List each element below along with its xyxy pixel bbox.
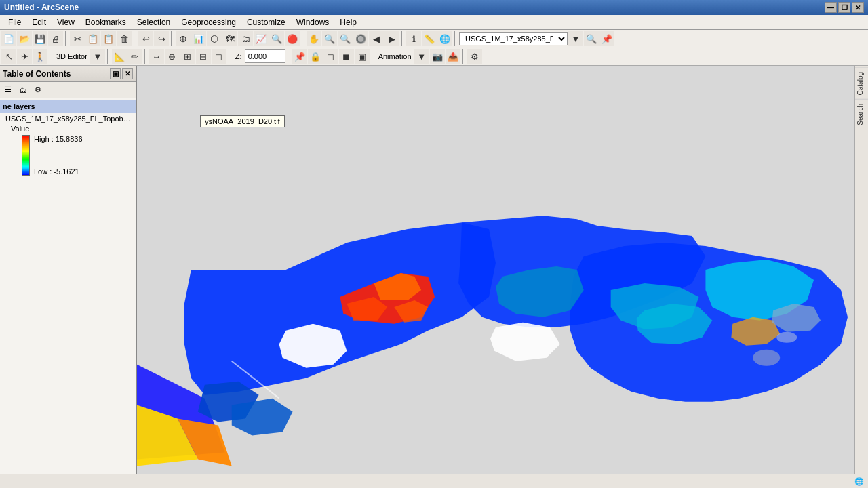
legend-value-text: Value [11, 125, 29, 133]
zoom-next-button[interactable]: ▶ [384, 31, 399, 46]
sep-10 [229, 49, 231, 64]
toc-source-view-btn[interactable]: 🗂 [16, 84, 30, 96]
search-panel-toggle[interactable]: Search [855, 99, 868, 129]
copy-button[interactable]: 📋 [85, 31, 100, 46]
toc-layer-item[interactable]: USGS_1M_17_x58y285_FL_TopobathyFLK [0, 113, 136, 124]
globe-icon: 🌐 [854, 477, 864, 486]
z-input[interactable] [245, 49, 285, 63]
toc-list-view-btn[interactable]: ☰ [1, 84, 15, 96]
toc-section-label: ne layers [3, 102, 35, 110]
edit-btn2[interactable]: ✏ [127, 49, 142, 64]
svg-point-23 [776, 332, 797, 343]
legend-low-value: Low : -5.1621 [34, 167, 83, 176]
add-data-button[interactable]: ⊕ [176, 31, 191, 46]
toc-toolbar: ☰ 🗂 ⚙ [0, 82, 136, 98]
extrude-btn[interactable]: ⊟ [196, 49, 211, 64]
select-btn[interactable]: ◻ [323, 49, 338, 64]
navigate-button[interactable]: ↖ [1, 49, 16, 64]
globe-button[interactable]: 🌐 [437, 31, 452, 46]
vertex-btn[interactable]: ◻ [212, 49, 226, 64]
editor-dropdown-btn[interactable]: ▼ [90, 49, 105, 64]
open-button[interactable]: 📂 [17, 31, 32, 46]
cut-button[interactable]: ✂ [70, 31, 85, 46]
print-button[interactable]: 🖨 [48, 31, 63, 46]
map-view[interactable]: ysNOAA_2019_D20.tif [137, 66, 854, 474]
minimize-button[interactable]: — [825, 2, 837, 13]
rotate-btn[interactable]: ↔ [149, 49, 164, 64]
editor-label: 3D Editor [54, 52, 90, 60]
close-button[interactable]: ✕ [852, 2, 864, 13]
full-extent-button[interactable]: 🔘 [353, 31, 368, 46]
map-tooltip: ysNOAA_2019_D20.tif [200, 115, 285, 127]
snap-env-btn[interactable]: 📌 [292, 49, 307, 64]
move-btn[interactable]: ⊞ [180, 49, 195, 64]
title-bar-text: Untitled - ArcScene [4, 3, 79, 12]
measure-button[interactable]: 📏 [422, 31, 437, 46]
zoom-prev-button[interactable]: ◀ [369, 31, 384, 46]
menu-bookmarks[interactable]: Bookmarks [80, 16, 132, 28]
redo-button[interactable]: ↪ [154, 31, 169, 46]
zoom-in-button[interactable]: 🔍 [322, 31, 337, 46]
layer-btn3[interactable]: 📌 [599, 31, 614, 46]
sep-12 [372, 49, 374, 64]
status-right: 🌐 [854, 477, 864, 486]
animation-dropdown-btn[interactable]: ▼ [414, 49, 429, 64]
info-button[interactable]: ℹ [406, 31, 421, 46]
delete-button[interactable]: 🗑 [117, 31, 132, 46]
menu-help[interactable]: Help [334, 16, 362, 28]
toc-options-btn[interactable]: ⚙ [31, 84, 45, 96]
menu-file[interactable]: File [3, 16, 26, 28]
toc-close-button[interactable]: ✕ [122, 68, 133, 79]
menu-windows[interactable]: Windows [291, 16, 335, 28]
sep-1 [65, 31, 68, 46]
tooltip-text: ysNOAA_2019_D20.tif [205, 117, 280, 125]
data-button[interactable]: 📊 [191, 31, 206, 46]
table-button[interactable]: 🗂 [238, 31, 253, 46]
legend-gradient-bar [22, 135, 30, 176]
catalog-panel-toggle[interactable]: Catalog [855, 67, 868, 99]
toc-content: ne layers USGS_1M_17_x58y285_FL_Topobath… [0, 98, 136, 474]
title-bar: Untitled - ArcScene — ❐ ✕ [0, 0, 868, 15]
status-bar: 🌐 [0, 474, 868, 488]
sep-2 [134, 31, 136, 46]
new-button[interactable]: 📄 [1, 31, 16, 46]
search-button[interactable]: 🔍 [269, 31, 284, 46]
sep-7 [50, 49, 52, 64]
layer-select[interactable]: USGS_1M_17_x58y285_FL_... [459, 32, 568, 45]
menu-customize[interactable]: Customize [241, 16, 291, 28]
menu-view[interactable]: View [52, 16, 80, 28]
z-label: Z: [233, 52, 244, 60]
toolbar-row-2: ↖ ✈ 🚶 3D Editor ▼ 📐 ✏ ↔ ⊕ ⊞ ⊟ ◻ Z: 📌 🔒 ◻… [0, 47, 868, 65]
legend-value-label: Value [0, 124, 136, 134]
animation-label: Animation [376, 52, 414, 60]
zoom-out-button[interactable]: 🔍 [338, 31, 353, 46]
fly-button[interactable]: ✈ [17, 49, 32, 64]
menu-edit[interactable]: Edit [26, 16, 52, 28]
layer-btn2[interactable]: 🔍 [584, 31, 599, 46]
menu-selection[interactable]: Selection [132, 16, 176, 28]
chart-button[interactable]: 📈 [254, 31, 269, 46]
fix-btn[interactable]: 🔒 [308, 49, 323, 64]
right-sidebar: Catalog Search [854, 66, 868, 474]
toc-title: Table of Contents [3, 69, 71, 79]
scale-btn[interactable]: ⊕ [165, 49, 180, 64]
identify-button[interactable]: ⬡ [207, 31, 222, 46]
save-button[interactable]: 💾 [33, 31, 47, 46]
select-all-btn[interactable]: ▣ [355, 49, 370, 64]
settings-btn[interactable]: ⚙ [467, 49, 482, 64]
paste-button[interactable]: 📋 [101, 31, 116, 46]
deselect-btn[interactable]: ◼ [339, 49, 354, 64]
restore-button[interactable]: ❐ [838, 2, 850, 13]
arc-toolbox-button[interactable]: 🔴 [285, 31, 300, 46]
walk-button[interactable]: 🚶 [33, 49, 47, 64]
menu-geoprocessing[interactable]: Geoprocessing [176, 16, 241, 28]
layout-button[interactable]: 🗺 [222, 31, 237, 46]
undo-button[interactable]: ↩ [138, 31, 153, 46]
capture-btn[interactable]: 📷 [430, 49, 445, 64]
export-btn[interactable]: 📤 [446, 49, 460, 64]
layer-dropdown-btn[interactable]: ▼ [568, 31, 583, 46]
sep-3 [171, 31, 174, 46]
pan-button[interactable]: ✋ [307, 31, 321, 46]
snap-btn[interactable]: 📐 [112, 49, 127, 64]
toc-float-button[interactable]: ▣ [110, 68, 121, 79]
